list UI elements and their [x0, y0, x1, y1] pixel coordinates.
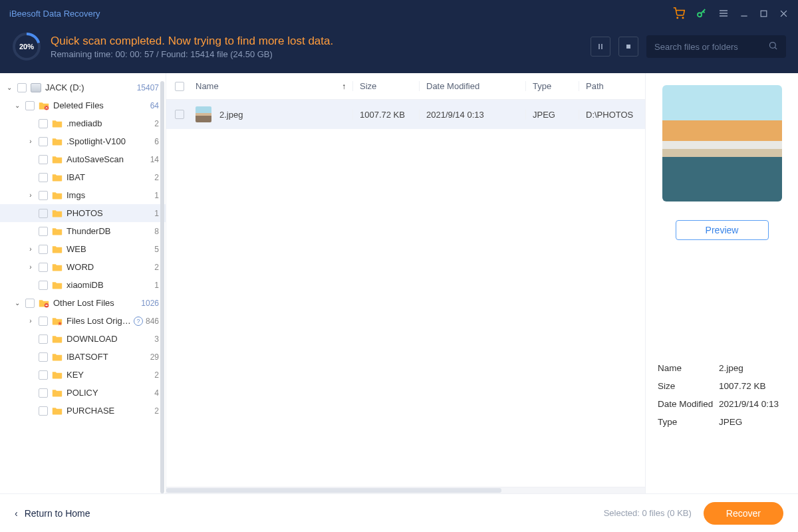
checkbox[interactable]: [39, 317, 48, 326]
checkbox[interactable]: [39, 137, 48, 146]
column-path[interactable]: Path: [579, 81, 645, 91]
tree-item[interactable]: PHOTOS1: [0, 204, 166, 222]
tree-item[interactable]: IBAT2: [0, 168, 166, 186]
tree-item[interactable]: ›WEB5: [0, 240, 166, 258]
checkbox[interactable]: [39, 334, 48, 344]
checkbox[interactable]: [39, 119, 48, 128]
checkbox[interactable]: [25, 299, 35, 308]
folder-star-icon: [52, 317, 63, 326]
tree-item[interactable]: .mediadb2: [0, 114, 166, 132]
file-row[interactable]: 2.jpeg1007.72 KB2021/9/14 0:13JPEGD:\PHO…: [166, 100, 645, 129]
checkbox[interactable]: [39, 352, 48, 362]
tree-label: DOWNLOAD: [66, 334, 152, 344]
column-type[interactable]: Type: [525, 81, 579, 91]
folder-icon: [52, 352, 63, 362]
column-size[interactable]: Size: [352, 81, 419, 91]
tree-item[interactable]: xiaomiDB1: [0, 276, 166, 294]
svg-point-0: [677, 17, 678, 19]
tree-label: PHOTOS: [66, 208, 152, 218]
chevron-down-icon[interactable]: ⌄: [5, 84, 13, 91]
tree-lost-original[interactable]: › Files Lost Origin... ? 846: [0, 312, 166, 330]
key-icon[interactable]: [696, 7, 708, 19]
tree-count: 29: [150, 352, 159, 362]
sidebar-scrollbar[interactable]: [160, 81, 164, 493]
tree-count: 6: [154, 137, 159, 146]
svg-rect-19: [45, 305, 47, 306]
checkbox[interactable]: [39, 227, 48, 236]
tree-item[interactable]: ›.Spotlight-V1006: [0, 132, 166, 150]
checkbox[interactable]: [39, 173, 48, 182]
minimize-icon[interactable]: [739, 9, 749, 18]
tree-count: 846: [146, 317, 159, 326]
tree-label: ThunderDB: [66, 226, 152, 236]
horizontal-scrollbar[interactable]: [166, 487, 645, 493]
chevron-right-icon[interactable]: ›: [27, 317, 35, 325]
tree-item[interactable]: ›WORD2: [0, 258, 166, 276]
file-name: 2.jpeg: [219, 110, 243, 120]
chevron-icon[interactable]: ›: [27, 245, 35, 253]
tree-label: WORD: [66, 262, 152, 272]
column-name[interactable]: Name↑: [193, 81, 352, 91]
tree-other-lost[interactable]: ⌄ Other Lost Files 1026: [0, 294, 166, 312]
folder-icon: [52, 281, 63, 290]
column-date[interactable]: Date Modified: [419, 81, 525, 91]
tree-item[interactable]: POLICY4: [0, 384, 166, 402]
meta-type-value: JPEG: [719, 417, 742, 427]
checkbox[interactable]: [25, 101, 35, 110]
search-input[interactable]: [654, 42, 768, 52]
preview-button[interactable]: Preview: [676, 220, 769, 240]
chevron-down-icon[interactable]: ⌄: [13, 299, 21, 307]
svg-point-2: [698, 13, 702, 17]
close-icon[interactable]: [779, 9, 789, 19]
tree-label: Imgs: [66, 190, 152, 200]
search-box[interactable]: [646, 35, 786, 58]
tree-item[interactable]: ›Imgs1: [0, 186, 166, 204]
help-icon[interactable]: ?: [134, 317, 143, 326]
checkbox[interactable]: [39, 388, 48, 398]
checkbox[interactable]: [39, 406, 48, 416]
tree-item[interactable]: DOWNLOAD3: [0, 330, 166, 348]
menu-icon[interactable]: [718, 8, 729, 19]
checkbox[interactable]: [39, 370, 48, 380]
drive-icon: [31, 83, 41, 92]
return-home-link[interactable]: ‹ Return to Home: [15, 508, 90, 519]
tree-item[interactable]: KEY2: [0, 366, 166, 384]
svg-rect-14: [626, 45, 630, 49]
select-all-checkbox[interactable]: [175, 82, 184, 91]
search-icon[interactable]: [768, 41, 778, 53]
chevron-icon[interactable]: ›: [27, 192, 35, 199]
folder-icon: [52, 137, 63, 146]
folder-icon: [52, 227, 63, 236]
tree-drive[interactable]: ⌄ JACK (D:) 15407: [0, 78, 166, 96]
tree-deleted-files[interactable]: ⌄ Deleted Files 64: [0, 96, 166, 114]
cart-icon[interactable]: [673, 7, 685, 19]
recover-button[interactable]: Recover: [704, 502, 783, 525]
chevron-icon[interactable]: ›: [27, 138, 35, 145]
stop-button[interactable]: [618, 37, 638, 57]
checkbox[interactable]: [39, 209, 48, 218]
meta-name-value: 2.jpeg: [719, 363, 743, 373]
chevron-down-icon[interactable]: ⌄: [13, 102, 21, 109]
tree-label: .Spotlight-V100: [66, 136, 152, 146]
checkbox[interactable]: [39, 281, 48, 290]
checkbox[interactable]: [39, 263, 48, 272]
tree-item[interactable]: ThunderDB8: [0, 222, 166, 240]
tree-item[interactable]: PURCHASE2: [0, 402, 166, 420]
tree-label: JACK (D:): [45, 82, 134, 92]
folder-tree[interactable]: ⌄ JACK (D:) 15407 ⌄ Deleted Files 64 .me…: [0, 73, 166, 493]
checkbox[interactable]: [39, 191, 48, 200]
tree-count: 8: [154, 227, 159, 236]
row-checkbox[interactable]: [175, 110, 184, 119]
checkbox[interactable]: [39, 155, 48, 164]
tree-item[interactable]: AutoSaveScan14: [0, 150, 166, 168]
meta-name-label: Name: [658, 363, 719, 373]
chevron-icon[interactable]: ›: [27, 263, 35, 271]
tree-label: KEY: [66, 370, 152, 380]
folder-lost-icon: [39, 299, 49, 308]
sort-asc-icon: ↑: [342, 82, 346, 91]
checkbox[interactable]: [17, 83, 27, 92]
pause-button[interactable]: [591, 37, 610, 57]
maximize-icon[interactable]: [759, 9, 768, 18]
checkbox[interactable]: [39, 245, 48, 254]
tree-item[interactable]: IBATSOFT29: [0, 348, 166, 366]
